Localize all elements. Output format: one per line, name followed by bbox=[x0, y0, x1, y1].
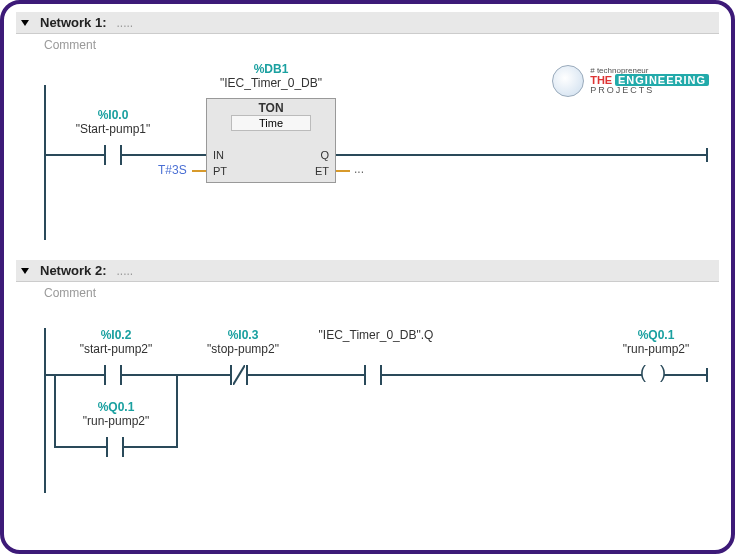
pin-q-label: Q bbox=[320, 149, 329, 161]
network-1-title: Network 1: bbox=[40, 15, 106, 30]
network-2-header[interactable]: Network 2: ..... bbox=[16, 260, 719, 282]
wire bbox=[54, 446, 106, 448]
timer-type: TON bbox=[207, 99, 335, 115]
network-2: Network 2: ..... Comment %I0.2 "start-pu… bbox=[16, 260, 719, 498]
wire bbox=[122, 154, 206, 156]
no-contact-startpump1[interactable] bbox=[104, 145, 122, 165]
pin-et-label: ET bbox=[315, 165, 329, 177]
contact-startpump2-sym: "start-pump2" bbox=[61, 342, 171, 356]
contact-stoppump2-addr: %I0.3 bbox=[188, 328, 298, 342]
rail-end bbox=[706, 148, 708, 162]
timer-db-labels: %DB1 "IEC_Timer_0_DB" bbox=[191, 62, 351, 90]
no-contact-sealin-runpump2[interactable] bbox=[106, 437, 124, 457]
robot-icon bbox=[552, 65, 584, 97]
network-2-comment[interactable]: Comment bbox=[16, 282, 719, 308]
wire bbox=[46, 154, 104, 156]
contact-startpump2-labels: %I0.2 "start-pump2" bbox=[61, 328, 171, 356]
contact-timerq-sym: "IEC_Timer_0_DB".Q bbox=[316, 328, 436, 342]
network-1-comment[interactable]: Comment bbox=[16, 34, 719, 60]
timer-ton-block[interactable]: TON Time IN PT Q ET bbox=[206, 98, 336, 183]
contact-startpump1-sym: "Start-pump1" bbox=[58, 122, 168, 136]
network-1-dots: ..... bbox=[116, 16, 133, 30]
coil-runpump2-sym: "run-pump2" bbox=[601, 342, 711, 356]
contact-timerq-labels: "IEC_Timer_0_DB".Q bbox=[316, 328, 436, 342]
timer-subtype: Time bbox=[231, 115, 311, 131]
contact-startpump2-addr: %I0.2 bbox=[61, 328, 171, 342]
pin-pt-label: PT bbox=[213, 165, 227, 177]
network-2-title: Network 2: bbox=[40, 263, 106, 278]
pin-stub bbox=[192, 170, 206, 172]
contact-startpump1-addr: %I0.0 bbox=[58, 108, 168, 122]
coil-runpump2[interactable]: () bbox=[642, 365, 664, 385]
sealin-runpump2-sym: "run-pump2" bbox=[61, 414, 171, 428]
rail-end bbox=[706, 368, 708, 382]
contact-stoppump2-labels: %I0.3 "stop-pump2" bbox=[188, 328, 298, 356]
pin-in-label: IN bbox=[213, 149, 224, 161]
contact-stoppump2-sym: "stop-pump2" bbox=[188, 342, 298, 356]
no-contact-startpump2[interactable] bbox=[104, 365, 122, 385]
no-contact-timerq[interactable] bbox=[364, 365, 382, 385]
network-1-header[interactable]: Network 1: ..... bbox=[16, 12, 719, 34]
sealin-runpump2-addr: %Q0.1 bbox=[61, 400, 171, 414]
power-rail bbox=[44, 85, 46, 240]
nc-contact-stoppump2[interactable] bbox=[230, 365, 248, 385]
timer-db-addr: %DB1 bbox=[191, 62, 351, 76]
coil-runpump2-addr: %Q0.1 bbox=[601, 328, 711, 342]
timer-db-name: "IEC_Timer_0_DB" bbox=[191, 76, 351, 90]
sealin-runpump2-labels: %Q0.1 "run-pump2" bbox=[61, 400, 171, 428]
rung-1: # technopreneur THE ENGINEERING PROJECTS… bbox=[16, 60, 719, 250]
watermark-logo: # technopreneur THE ENGINEERING PROJECTS bbox=[552, 65, 709, 97]
svg-line-0 bbox=[233, 365, 245, 385]
wire bbox=[124, 446, 178, 448]
rung-2: %I0.2 "start-pump2" %I0.3 "stop-pump2" "… bbox=[16, 308, 719, 498]
branch-down-right bbox=[176, 374, 178, 446]
network-2-dots: ..... bbox=[116, 264, 133, 278]
watermark-proj: PROJECTS bbox=[590, 86, 709, 95]
contact-startpump1-labels: %I0.0 "Start-pump1" bbox=[58, 108, 168, 136]
branch-down-left bbox=[54, 374, 56, 446]
wire bbox=[664, 374, 706, 376]
pin-stub bbox=[336, 170, 350, 172]
collapse-icon[interactable] bbox=[21, 20, 29, 26]
et-value: ... bbox=[354, 162, 364, 176]
network-1: Network 1: ..... Comment # technopreneur… bbox=[16, 12, 719, 250]
wire bbox=[248, 374, 364, 376]
power-rail bbox=[44, 328, 46, 493]
wire bbox=[336, 154, 706, 156]
coil-runpump2-labels: %Q0.1 "run-pump2" bbox=[601, 328, 711, 356]
collapse-icon[interactable] bbox=[21, 268, 29, 274]
pt-value[interactable]: T#3S bbox=[158, 163, 187, 177]
wire bbox=[382, 374, 642, 376]
